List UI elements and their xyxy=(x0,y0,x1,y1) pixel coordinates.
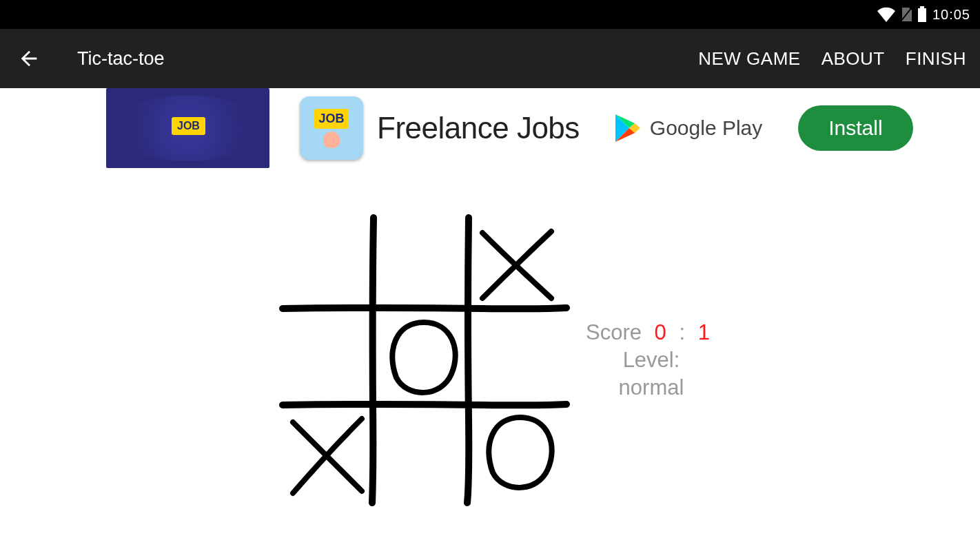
app-bar: Tic-tac-toe NEW GAME ABOUT FINISH xyxy=(0,29,980,88)
google-play-icon xyxy=(614,113,642,143)
ad-icon-text: JOB xyxy=(314,109,348,129)
cell-0-0[interactable] xyxy=(276,212,374,311)
game-board xyxy=(276,212,572,508)
content-area: JOB JOB Freelance Jobs Google Play Insta… xyxy=(0,88,980,551)
level-label: Level: xyxy=(586,346,717,374)
score-player2: 1 xyxy=(691,320,717,344)
ad-badge: JOB xyxy=(172,117,205,135)
game-info: Score 0 : 1 Level: normal xyxy=(586,319,717,402)
svg-rect-2 xyxy=(920,6,924,8)
ad-title: Freelance Jobs xyxy=(377,111,580,145)
game-area: Score 0 : 1 Level: normal xyxy=(276,212,717,508)
cell-2-1[interactable] xyxy=(374,410,473,508)
score-row: Score 0 : 1 xyxy=(586,319,717,346)
menu-finish[interactable]: FINISH xyxy=(906,48,966,70)
level-value: normal xyxy=(586,374,717,402)
menu-about[interactable]: ABOUT xyxy=(821,48,885,70)
wifi-icon xyxy=(877,7,895,22)
cell-1-0[interactable] xyxy=(276,311,374,409)
install-button[interactable]: Install xyxy=(798,105,912,151)
no-sim-icon xyxy=(899,6,913,23)
menu-new-game[interactable]: NEW GAME xyxy=(698,48,800,70)
status-clock: 10:05 xyxy=(932,7,970,23)
cell-1-1[interactable] xyxy=(374,311,473,409)
cell-0-2[interactable] xyxy=(473,212,572,311)
status-bar: 10:05 xyxy=(0,0,980,29)
ad-image: JOB xyxy=(106,88,269,168)
battery-icon xyxy=(917,6,927,23)
cell-2-0[interactable] xyxy=(276,410,374,508)
cell-2-2[interactable] xyxy=(473,410,572,508)
app-title: Tic-tac-toe xyxy=(77,48,165,70)
cell-0-1[interactable] xyxy=(374,212,473,311)
cell-1-2[interactable] xyxy=(473,311,572,409)
ad-app-icon: JOB xyxy=(300,96,363,160)
hand-icon xyxy=(323,132,340,148)
google-play-label: Google Play xyxy=(650,116,762,140)
ad-banner[interactable]: JOB JOB Freelance Jobs Google Play Insta… xyxy=(106,88,913,168)
google-play-badge: Google Play xyxy=(614,113,762,143)
back-arrow-icon xyxy=(17,47,41,70)
score-player1: 0 xyxy=(648,320,673,344)
score-label: Score xyxy=(586,320,642,344)
svg-rect-1 xyxy=(918,8,926,22)
score-separator: : xyxy=(679,320,685,344)
back-button[interactable] xyxy=(8,38,50,79)
